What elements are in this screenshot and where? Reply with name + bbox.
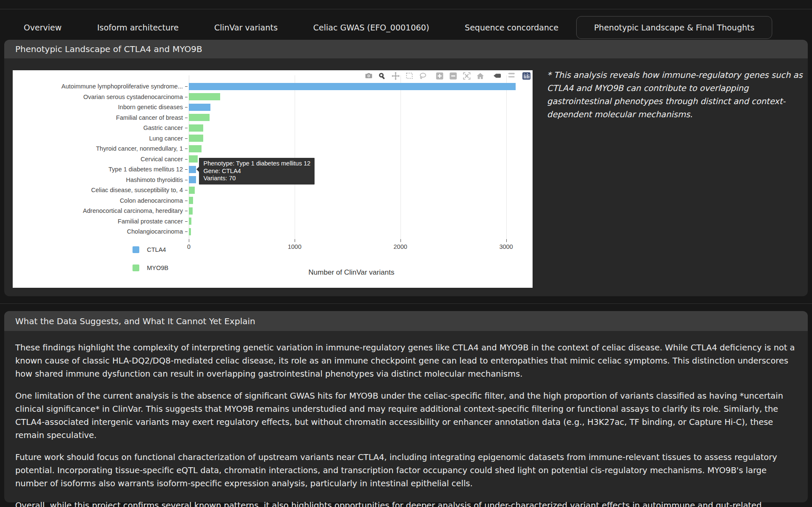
x-tick <box>189 239 189 242</box>
discussion-paragraphs: These findings highlight the complexity … <box>4 331 808 507</box>
y-axis-label: Adrenocortical carcinoma, hereditary <box>13 207 183 215</box>
plotly-logo-icon[interactable] <box>522 72 530 80</box>
tab-phenotypic-landscape-final-thoughts[interactable]: Phenotypic Landscape & Final Thoughts <box>576 16 772 39</box>
legend-label: CTLA4 <box>147 246 166 253</box>
y-axis-label: Colon adenocarcinoma <box>13 196 183 205</box>
y-axis-label: Celiac disease, susceptibility to, 4 <box>13 186 183 194</box>
x-tick-label: 0 <box>172 243 206 250</box>
y-tick <box>185 86 188 87</box>
gridline <box>400 75 401 239</box>
tab-sequence-concordance[interactable]: Sequence concordance <box>447 16 576 39</box>
zoom-icon[interactable] <box>378 72 386 80</box>
tab-overview[interactable]: Overview <box>6 16 79 39</box>
y-axis-label: Gastric cancer <box>13 124 183 132</box>
y-tick <box>185 211 188 211</box>
tooltip-phenotype: Phenotype: Type 1 diabetes mellitus 12 <box>203 160 310 168</box>
section1-title: Phenotypic Landscape of CTLA4 and MYO9B <box>4 40 808 58</box>
y-tick <box>185 107 188 107</box>
section2-title: What the Data Suggests, and What It Cann… <box>4 311 808 331</box>
zoom-out-icon[interactable] <box>449 72 457 80</box>
y-tick <box>185 159 188 160</box>
x-tick <box>295 239 295 242</box>
legend-item-myo9b[interactable]: MYO9B <box>133 265 168 271</box>
y-tick <box>185 128 188 128</box>
x-tick-label: 3000 <box>489 243 523 250</box>
y-axis-label: Cholangiocarcinoma <box>13 227 183 236</box>
y-axis-label: Thyroid cancer, nonmedullary, 1 <box>13 144 183 153</box>
y-tick <box>185 118 188 118</box>
tab-clinvar-variants[interactable]: ClinVar variants <box>196 16 296 39</box>
bar-autoimmune-lymphoproliferative-syndrome[interactable] <box>189 83 516 90</box>
lasso-icon[interactable] <box>419 72 427 80</box>
paragraph-4: Overall, while this project confirms sev… <box>15 499 796 507</box>
y-axis-label: Inborn genetic diseases <box>13 103 183 111</box>
y-axis-label: Cervical cancer <box>13 155 183 163</box>
legend-label: MYO9B <box>147 265 168 271</box>
phenotype-bar-chart: 0100020003000Autoimmune lymphoproliferat… <box>13 70 533 288</box>
bar-type-1-diabetes-mellitus-12[interactable] <box>189 166 196 173</box>
bar-inborn-genetic-diseases[interactable] <box>189 104 210 111</box>
hover-tooltip: Phenotype: Type 1 diabetes mellitus 12 G… <box>199 158 315 185</box>
y-tick <box>185 138 188 139</box>
bar-adrenocortical-carcinoma-hereditary[interactable] <box>189 207 193 215</box>
y-tick <box>185 201 188 201</box>
phenotypic-landscape-card: Phenotypic Landscape of CTLA4 and MYO9B … <box>4 40 808 296</box>
y-tick <box>185 231 188 232</box>
x-tick <box>400 239 401 242</box>
bar-ovarian-serous-cystadenocarcinoma[interactable] <box>189 93 220 100</box>
y-axis-label: Familial cancer of breast <box>13 113 183 122</box>
y-axis-label: Type 1 diabetes mellitus 12 <box>13 165 183 174</box>
y-tick <box>185 97 188 97</box>
tab-isoform-architecture[interactable]: Isoform architecture <box>79 16 196 39</box>
x-axis-title: Number of ClinVar variants <box>258 268 445 277</box>
autoscale-icon[interactable] <box>463 72 471 80</box>
bar-cholangiocarcinoma[interactable] <box>189 228 191 235</box>
y-axis-label: Autoimmune lymphoproliferative syndrome.… <box>13 82 183 91</box>
top-divider <box>0 9 812 9</box>
hover-closest-icon[interactable] <box>493 72 501 80</box>
gridline <box>506 75 507 239</box>
bar-familial-cancer-of-breast[interactable] <box>189 114 210 121</box>
legend-swatch-myo9b <box>133 265 139 271</box>
gridline <box>295 75 295 239</box>
bar-hashimoto-thyroiditis[interactable] <box>189 176 196 183</box>
paragraph-1: These findings highlight the complexity … <box>15 341 796 380</box>
plotly-modebar <box>359 72 530 80</box>
y-tick <box>185 190 188 190</box>
paragraph-2: One limitation of the current analysis i… <box>15 389 796 442</box>
bar-gastric-cancer[interactable] <box>189 124 203 132</box>
legend-item-ctla4[interactable]: CTLA4 <box>133 246 166 253</box>
tooltip-gene: Gene: CTLA4 <box>203 168 310 175</box>
y-tick <box>185 180 188 180</box>
bar-colon-adenocarcinoma[interactable] <box>189 197 193 204</box>
y-axis-label: Hashimoto thyroiditis <box>13 176 183 184</box>
bar-lung-cancer[interactable] <box>189 135 203 142</box>
zoom-in-icon[interactable] <box>436 72 444 80</box>
pan-icon[interactable] <box>392 72 400 80</box>
x-tick-label: 2000 <box>384 243 417 250</box>
tab-bar: OverviewIsoform architectureClinVar vari… <box>6 16 772 39</box>
y-tick <box>185 169 188 170</box>
camera-icon[interactable] <box>365 72 373 80</box>
y-axis-label: Lung cancer <box>13 134 183 143</box>
y-axis-label: Familial prostate cancer <box>13 217 183 226</box>
x-tick <box>506 239 507 242</box>
hover-compare-icon[interactable] <box>507 72 515 80</box>
y-axis-label: Ovarian serous cystadenocarcinoma <box>13 93 183 101</box>
bar-cervical-cancer[interactable] <box>189 155 198 163</box>
x-tick-label: 1000 <box>278 243 312 250</box>
bar-thyroid-cancer-nonmedullary-1[interactable] <box>189 145 202 152</box>
box-select-icon[interactable] <box>405 72 413 80</box>
tooltip-variants: Variants: 70 <box>203 175 310 182</box>
y-tick <box>185 221 188 222</box>
tab-celiac-gwas-efo-0001060[interactable]: Celiac GWAS (EFO_0001060) <box>296 16 447 39</box>
tooltip-arrow <box>196 167 199 172</box>
bar-familial-prostate-cancer[interactable] <box>189 218 191 225</box>
analysis-note: * This analysis reveals how immune-regul… <box>547 69 809 121</box>
paragraph-3: Future work should focus on functional c… <box>15 451 796 490</box>
section-divider <box>0 303 812 304</box>
discussion-card: What the Data Suggests, and What It Cann… <box>4 311 808 502</box>
reset-axes-icon[interactable] <box>476 72 484 80</box>
bar-celiac-disease-susceptibility-to-4[interactable] <box>189 187 195 194</box>
app-window: OverviewIsoform architectureClinVar vari… <box>0 0 812 507</box>
